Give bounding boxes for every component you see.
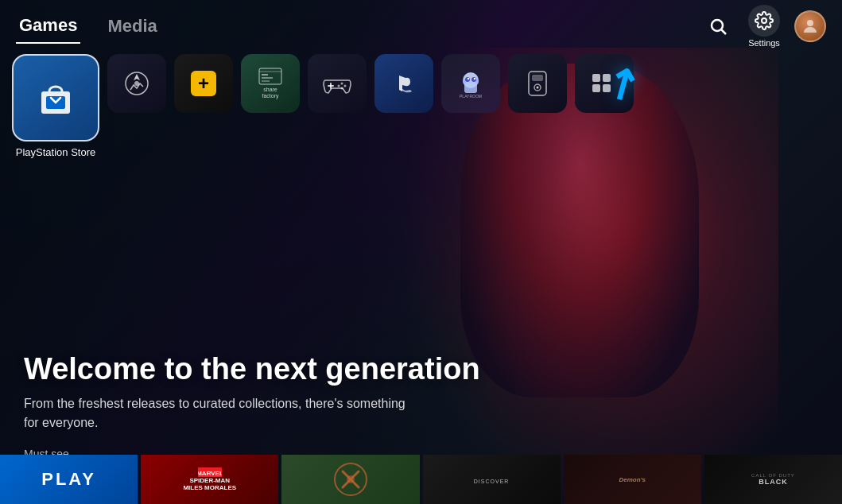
nav-tabs: Games Media bbox=[16, 9, 161, 44]
svg-rect-36 bbox=[592, 84, 600, 92]
user-avatar[interactable] bbox=[794, 10, 826, 42]
cod-content: DISCOVER bbox=[474, 472, 510, 487]
spiderman-label: SPIDER-MANMILES MORALES bbox=[183, 477, 236, 491]
svg-text:PLAYROOM: PLAYROOM bbox=[460, 94, 482, 99]
game-thumb-spiderman[interactable]: MARVEL SPIDER-MANMILES MORALES bbox=[141, 455, 278, 504]
astro-svg: PLAYROOM bbox=[455, 68, 487, 99]
settings-icon-container bbox=[748, 5, 780, 37]
game-thumbnails-row: PLAY MARVEL SPIDER-MANMILES MORALES DISC… bbox=[0, 455, 842, 504]
svg-rect-22 bbox=[464, 83, 477, 93]
cod-discover-label: DISCOVER bbox=[474, 479, 510, 484]
apps-row: PlayStation Store + bbox=[12, 54, 634, 158]
svg-point-26 bbox=[471, 77, 476, 82]
gow-logo bbox=[331, 459, 371, 499]
search-icon bbox=[708, 17, 728, 36]
svg-text:+: + bbox=[198, 72, 209, 94]
svg-point-3 bbox=[807, 20, 813, 26]
svg-point-2 bbox=[762, 18, 766, 23]
tab-games[interactable]: Games bbox=[16, 9, 80, 44]
ps-plus-svg: + bbox=[188, 68, 219, 99]
app-astro-playroom[interactable]: PLAYROOM bbox=[441, 54, 500, 113]
share-factory-svg bbox=[258, 68, 282, 85]
avatar-icon bbox=[801, 17, 820, 36]
svg-line-1 bbox=[722, 29, 727, 34]
hero-subtitle: From the freshest releases to curated co… bbox=[24, 394, 405, 432]
nav-right-controls: Settings bbox=[702, 5, 826, 48]
hero-title: Welcome to the next generation bbox=[24, 352, 480, 386]
ps-plus-icon: + bbox=[174, 54, 233, 113]
game-ctrl-icon bbox=[308, 54, 367, 113]
svg-point-28 bbox=[474, 78, 475, 79]
app-game-controller[interactable] bbox=[308, 54, 367, 113]
svg-rect-14 bbox=[262, 80, 270, 82]
app-media-remote[interactable] bbox=[508, 54, 567, 113]
svg-text:MARVEL: MARVEL bbox=[198, 470, 222, 477]
app-ps-app[interactable] bbox=[374, 54, 433, 113]
ps-store-icon bbox=[12, 54, 99, 142]
game-thumb-cod[interactable]: DISCOVER bbox=[423, 455, 561, 504]
svg-point-20 bbox=[338, 85, 340, 87]
share-factory-text: sharefactory bbox=[262, 87, 278, 100]
svg-point-17 bbox=[341, 83, 343, 85]
svg-point-18 bbox=[344, 85, 347, 87]
svg-point-25 bbox=[465, 77, 470, 82]
game-thumb-demons[interactable]: Demon's bbox=[564, 455, 701, 504]
media-remote-icon bbox=[508, 54, 567, 113]
explore-svg bbox=[122, 69, 151, 98]
share-factory-icon: sharefactory bbox=[241, 54, 300, 113]
game-thumb-play[interactable]: PLAY bbox=[0, 455, 138, 504]
ps-logo-svg bbox=[390, 69, 418, 98]
media-remote-svg bbox=[524, 70, 551, 97]
explore-icon bbox=[107, 54, 166, 113]
svg-rect-12 bbox=[262, 74, 268, 76]
game-thumb-gow[interactable] bbox=[281, 455, 419, 504]
ps-store-label: PlayStation Store bbox=[16, 146, 95, 158]
gear-icon bbox=[755, 11, 774, 30]
game-thumb-cod-black[interactable]: CALL OF DUTY BLACK bbox=[704, 455, 842, 504]
svg-point-19 bbox=[341, 87, 343, 90]
play-label: PLAY bbox=[41, 469, 96, 490]
spiderman-content: MARVEL SPIDER-MANMILES MORALES bbox=[183, 467, 236, 491]
settings-button[interactable]: Settings bbox=[748, 5, 780, 48]
tab-media[interactable]: Media bbox=[104, 10, 160, 43]
marvel-logo: MARVEL bbox=[198, 467, 222, 477]
ps-app-icon bbox=[374, 54, 433, 113]
astro-icon: PLAYROOM bbox=[441, 54, 500, 113]
controller-svg bbox=[322, 72, 352, 95]
app-share-factory[interactable]: sharefactory bbox=[241, 54, 300, 113]
app-explore[interactable] bbox=[107, 54, 166, 113]
svg-point-27 bbox=[468, 78, 469, 79]
settings-label: Settings bbox=[748, 38, 780, 48]
cod-black-label: BLACK bbox=[751, 478, 795, 486]
demons-label: Demon's bbox=[619, 476, 646, 483]
svg-rect-31 bbox=[532, 75, 543, 81]
app-ps-store[interactable]: PlayStation Store bbox=[12, 54, 99, 158]
svg-point-0 bbox=[712, 20, 723, 31]
svg-point-41 bbox=[347, 475, 355, 483]
hero-content: Welcome to the next generation From the … bbox=[24, 352, 480, 432]
app-ps-plus[interactable]: + bbox=[174, 54, 233, 113]
search-button[interactable] bbox=[702, 10, 734, 42]
top-navigation: Games Media Settings bbox=[0, 0, 842, 52]
svg-point-33 bbox=[537, 87, 539, 89]
ps-store-bag-icon bbox=[35, 77, 76, 118]
svg-rect-13 bbox=[262, 77, 273, 79]
cod-black-content: CALL OF DUTY BLACK bbox=[751, 473, 795, 486]
